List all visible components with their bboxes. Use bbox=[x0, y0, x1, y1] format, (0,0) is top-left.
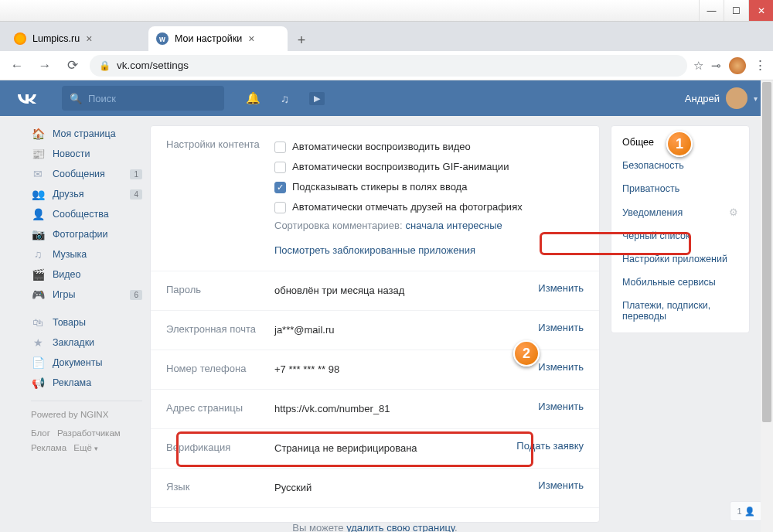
search-placeholder: Поиск bbox=[88, 93, 116, 104]
back-button[interactable]: ← bbox=[6, 55, 28, 77]
tab-mobile[interactable]: Мобильные сервисы bbox=[611, 271, 749, 294]
bookmark-icon[interactable]: ☆ bbox=[693, 59, 703, 73]
window-minimize[interactable]: — bbox=[699, 0, 724, 21]
friends-online-widget[interactable]: 1 👤 bbox=[730, 501, 762, 521]
browser-menu-icon[interactable]: ⋮ bbox=[754, 57, 767, 73]
notifications-icon[interactable]: 🔔 bbox=[246, 91, 261, 105]
new-tab-button[interactable]: + bbox=[291, 29, 312, 51]
row-password: Пароль обновлён три месяца назад Изменит… bbox=[151, 271, 599, 311]
forward-button[interactable]: → bbox=[34, 55, 56, 77]
row-verification: Верификация Страница не верифицирована П… bbox=[151, 429, 599, 469]
password-value: обновлён три месяца назад bbox=[274, 282, 506, 299]
sidebar-item-docs[interactable]: 📄Документы bbox=[23, 353, 150, 373]
settings-sidebar: Общее Безопасность Приватность Уведомлен… bbox=[611, 125, 750, 333]
news-icon: 📰 bbox=[31, 148, 45, 160]
vk-logo[interactable] bbox=[15, 88, 62, 108]
lang-value: Русский bbox=[274, 479, 506, 496]
row-label: Настройки контента bbox=[166, 137, 274, 260]
footer-more[interactable]: Ещё ▾ bbox=[73, 443, 98, 452]
games-icon: 🎮 bbox=[31, 288, 45, 301]
checkbox-autoplay-video[interactable] bbox=[274, 142, 286, 153]
change-lang-link[interactable]: Изменить bbox=[538, 479, 584, 491]
tab-apps[interactable]: Настройки приложений bbox=[611, 247, 749, 271]
tab-label: Lumpics.ru bbox=[32, 33, 80, 44]
verify-request-link[interactable]: Подать заявку bbox=[516, 440, 584, 452]
row-phone: Номер телефона +7 *** *** ** 98 Изменить bbox=[151, 350, 599, 390]
browser-tabs: Lumpics.ru × w Мои настройки × + bbox=[0, 22, 773, 51]
profile-avatar-icon[interactable] bbox=[729, 57, 746, 74]
gear-icon[interactable]: ⚙ bbox=[729, 206, 738, 218]
home-icon: 🏠 bbox=[31, 128, 45, 140]
music-icon: ♫ bbox=[31, 248, 45, 261]
tab-close-icon[interactable]: × bbox=[248, 32, 254, 45]
play-icon[interactable]: ▶ bbox=[309, 92, 325, 105]
footer-ads[interactable]: Реклама bbox=[31, 443, 66, 452]
phone-value: +7 *** *** ** 98 bbox=[274, 361, 506, 378]
change-url-link[interactable]: Изменить bbox=[538, 401, 584, 412]
tab-vk-settings[interactable]: w Мои настройки × bbox=[148, 26, 288, 51]
sidebar-item-bookmarks[interactable]: ★Закладки bbox=[23, 332, 150, 353]
search-icon: 🔍 bbox=[70, 93, 82, 104]
sidebar-item-friends[interactable]: 👥Друзья4 bbox=[23, 184, 150, 204]
checkbox-autotag-friends[interactable] bbox=[274, 202, 286, 213]
user-menu[interactable]: Андрей ▾ bbox=[685, 87, 758, 109]
vk-header: 🔍 Поиск 🔔 ♫ ▶ Андрей ▾ bbox=[0, 80, 773, 116]
user-name: Андрей bbox=[685, 93, 720, 104]
tab-general[interactable]: Общее bbox=[611, 131, 749, 154]
tab-payments[interactable]: Платежи, подписки, переводы bbox=[611, 294, 749, 328]
tab-security[interactable]: Безопасность bbox=[611, 154, 749, 177]
tab-privacy[interactable]: Приватность bbox=[611, 177, 749, 200]
favicon-vk: w bbox=[156, 32, 169, 45]
window-close[interactable]: ✕ bbox=[748, 0, 773, 21]
powered-by: Powered by NGINX bbox=[31, 401, 142, 421]
footer-blog[interactable]: Блог bbox=[31, 428, 50, 438]
delete-page-link[interactable]: удалить свою страницу bbox=[346, 522, 455, 532]
footer-dev[interactable]: Разработчикам bbox=[57, 428, 121, 438]
sidebar-item-games[interactable]: 🎮Игры6 bbox=[23, 285, 150, 305]
lock-icon: 🔒 bbox=[99, 60, 111, 71]
vk-body: 🏠Моя страница 📰Новости ✉Сообщения1 👥Друз… bbox=[0, 116, 773, 532]
sidebar-item-photos[interactable]: 📷Фотографии bbox=[23, 224, 150, 244]
sidebar-item-market[interactable]: 🛍Товары bbox=[23, 312, 150, 332]
sidebar-item-video[interactable]: 🎬Видео bbox=[23, 264, 150, 285]
ads-icon: 📢 bbox=[31, 377, 45, 389]
favicon-lumpics bbox=[14, 32, 26, 45]
tab-close-icon[interactable]: × bbox=[86, 32, 92, 45]
sidebar-item-messages[interactable]: ✉Сообщения1 bbox=[23, 164, 150, 184]
search-input[interactable]: 🔍 Поиск bbox=[62, 86, 224, 111]
sidebar-item-groups[interactable]: 👤Сообщества bbox=[23, 204, 150, 224]
change-email-link[interactable]: Изменить bbox=[538, 322, 584, 333]
change-password-link[interactable]: Изменить bbox=[538, 282, 584, 294]
checkbox-sticker-hints[interactable]: ✓ bbox=[274, 182, 286, 193]
url-text: vk.com/settings bbox=[117, 60, 189, 71]
reload-button[interactable]: ⟳ bbox=[62, 55, 83, 77]
tab-lumpics[interactable]: Lumpics.ru × bbox=[6, 26, 145, 51]
window-maximize[interactable]: ☐ bbox=[724, 0, 748, 21]
left-sidebar: 🏠Моя страница 📰Новости ✉Сообщения1 👥Друз… bbox=[23, 116, 150, 532]
verify-value: Страница не верифицирована bbox=[274, 440, 506, 457]
blocked-apps-link[interactable]: Посмотреть заблокированные приложения bbox=[274, 244, 475, 256]
delete-page-row: Вы можете удалить свою страницу. bbox=[151, 508, 599, 532]
bookmarks-icon: ★ bbox=[31, 336, 45, 349]
music-icon[interactable]: ♫ bbox=[281, 92, 289, 105]
chevron-down-icon: ▾ bbox=[754, 94, 758, 103]
person-icon: 👤 bbox=[744, 506, 755, 517]
address-input[interactable]: 🔒 vk.com/settings bbox=[90, 55, 687, 77]
comment-sort-link[interactable]: сначала интересные bbox=[406, 220, 502, 231]
tab-blocklist[interactable]: Чёрный список bbox=[611, 224, 749, 247]
scrollbar-thumb[interactable] bbox=[762, 82, 771, 422]
user-avatar bbox=[726, 87, 747, 109]
sidebar-item-news[interactable]: 📰Новости bbox=[23, 144, 150, 164]
groups-icon: 👤 bbox=[31, 208, 45, 220]
change-phone-link[interactable]: Изменить bbox=[538, 361, 584, 373]
sidebar-item-music[interactable]: ♫Музыка bbox=[23, 244, 150, 264]
sidebar-item-mypage[interactable]: 🏠Моя страница bbox=[23, 124, 150, 144]
settings-panel: Настройки контента Автоматически воспрои… bbox=[150, 125, 600, 523]
sidebar-item-ads[interactable]: 📢Реклама bbox=[23, 373, 150, 393]
checkbox-autoplay-gif[interactable] bbox=[274, 162, 286, 173]
badge: 4 bbox=[130, 189, 142, 200]
market-icon: 🛍 bbox=[31, 316, 45, 329]
key-icon[interactable]: ⊸ bbox=[711, 59, 721, 73]
tab-notifications[interactable]: Уведомления⚙ bbox=[611, 200, 749, 224]
friends-icon: 👥 bbox=[31, 188, 45, 200]
